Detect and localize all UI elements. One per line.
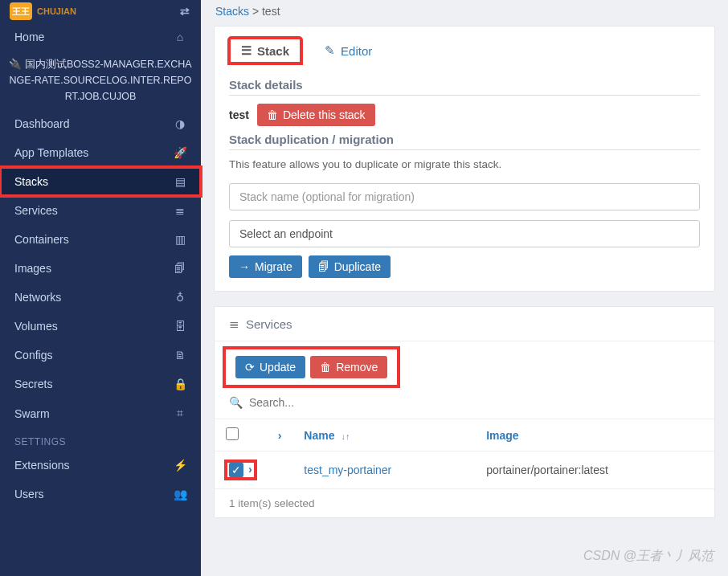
select-all-checkbox[interactable] [226,427,239,440]
dashboard-icon: ◑ [174,117,186,130]
nav-containers[interactable]: Containers ▥ [0,225,201,254]
networks-icon: ♁ [174,291,186,304]
services-table: › Name ↓↑ Image ✓ › [215,419,714,488]
nav-dashboard[interactable]: Dashboard ◑ [0,109,201,138]
volumes-icon: 🗄 [174,320,186,333]
tab-stack[interactable]: ☰ Stack [229,38,301,63]
trash-icon: 🗑 [320,361,331,374]
nav-label: Configs [14,349,52,362]
nav-label: Dashboard [14,117,70,130]
nav-label: Services [14,204,58,217]
table-row: ✓ › test_my-portainer portainer/portaine… [215,451,714,489]
images-icon: 🗐 [174,262,186,275]
service-image: portainer/portainer:latest [475,451,714,489]
main: Stacks > test ☰ Stack ✎ Editor Stack det… [201,0,728,576]
col-image[interactable]: Image [475,419,714,451]
stack-name-input[interactable] [229,183,700,210]
migrate-button[interactable]: → Migrate [229,255,302,278]
users-icon: 👥 [174,488,186,500]
expand-all-icon[interactable]: › [278,429,282,442]
update-button[interactable]: ⟳ Update [235,356,305,378]
row-expand-icon[interactable]: › [248,463,252,477]
services-panel: ≣ Services ⟳ Update 🗑 Remove 🔍 [214,306,715,518]
stack-details-heading: Stack details [229,78,700,96]
nav-app-templates[interactable]: App Templates 🚀 [0,138,201,167]
services-heading: Services [246,317,292,331]
nav-label: Volumes [14,320,58,333]
containers-icon: ▥ [174,233,186,246]
duplication-descr: This feature allows you to duplicate or … [229,158,700,170]
button-label: Remove [336,361,378,374]
rocket-icon: 🚀 [174,146,186,159]
arrow-right-icon: → [239,260,250,273]
refresh-icon: ⟳ [245,361,255,374]
sidebar-toggle-icon[interactable]: ⇄ [178,5,191,18]
logo: 王王 CHUJIAN ⇄ [0,0,201,22]
nav-configs[interactable]: Configs 🗎 [0,341,201,370]
nav-home[interactable]: Home ⌂ [0,22,201,51]
nav-swarm[interactable]: Swarm ⌗ [0,398,201,428]
endpoint-text: 国内测试BOSS2-MANAGER.EXCHANGE-RATE.SOURCELO… [10,59,192,102]
search-input[interactable] [249,396,700,409]
tab-editor[interactable]: ✎ Editor [313,38,384,63]
button-label: Update [260,361,296,374]
search-icon: 🔍 [229,396,243,409]
sidebar: 王王 CHUJIAN ⇄ Home ⌂ 🔌 国内测试BOSS2-MANAGER.… [0,0,201,576]
button-label: Duplicate [334,260,381,273]
search-row: 🔍 [215,393,714,419]
logo-badge: 王王 [10,2,32,20]
nav-volumes[interactable]: Volumes 🗄 [0,312,201,341]
button-label: Migrate [255,260,292,273]
copy-icon: 🗐 [318,260,329,273]
selection-info: 1 item(s) selected [215,488,714,517]
nav-label: Home [14,31,44,43]
nav-networks[interactable]: Networks ♁ [0,283,201,312]
nav-extensions[interactable]: Extensions ⚡ [0,451,201,480]
extensions-icon: ⚡ [174,459,186,472]
nav-section-settings: SETTINGS [0,428,201,451]
stacks-icon: ▤ [174,175,186,188]
select-placeholder: Select an endpoint [239,227,333,240]
pencil-icon: ✎ [325,43,335,58]
tab-label: Stack [257,44,289,58]
stack-name: test [229,108,249,121]
button-label: Delete this stack [283,108,366,121]
nav-secrets[interactable]: Secrets 🔒 [0,370,201,398]
nav-label: Secrets [14,378,52,390]
nav-label: Stacks [14,175,48,188]
endpoint-select[interactable]: Select an endpoint [229,220,700,247]
nav-users[interactable]: Users 👥 [0,480,201,509]
duplicate-button[interactable]: 🗐 Duplicate [309,255,391,278]
nav-services[interactable]: Services ≣ [0,196,201,225]
list-icon: ☰ [241,43,252,58]
nav-label: App Templates [14,146,88,159]
breadcrumb-parent[interactable]: Stacks [215,5,249,18]
swarm-icon: ⌗ [174,406,186,420]
breadcrumb-sep: > [252,5,259,18]
nav-images[interactable]: Images 🗐 [0,254,201,283]
breadcrumb-current: test [262,5,280,18]
stack-panel: ☰ Stack ✎ Editor Stack details test 🗑 De… [214,26,715,292]
remove-button[interactable]: 🗑 Remove [310,356,387,378]
list-icon: ≣ [229,317,239,331]
home-icon: ⌂ [174,31,186,43]
duplication-heading: Stack duplication / migration [229,133,700,150]
nav-stacks[interactable]: Stacks ▤ [0,167,201,196]
nav-label: Images [14,262,51,275]
nav-label: Users [14,488,44,500]
service-name-link[interactable]: test_my-portainer [304,464,391,476]
trash-icon: 🗑 [267,108,278,121]
secrets-icon: 🔒 [174,378,186,390]
logo-subtext: CHUJIAN [37,6,76,16]
col-name[interactable]: Name ↓↑ [292,419,475,451]
delete-stack-button[interactable]: 🗑 Delete this stack [257,104,375,126]
plug-icon: 🔌 [9,59,22,70]
configs-icon: 🗎 [174,349,186,362]
services-icon: ≣ [174,204,186,217]
tab-label: Editor [341,44,372,58]
row-checkbox[interactable]: ✓ [229,463,243,477]
nav-endpoint[interactable]: 🔌 国内测试BOSS2-MANAGER.EXCHANGE-RATE.SOURCE… [0,51,201,109]
tabs: ☰ Stack ✎ Editor [215,27,714,73]
nav-label: Extensions [14,459,69,472]
nav-label: Swarm [14,407,50,420]
